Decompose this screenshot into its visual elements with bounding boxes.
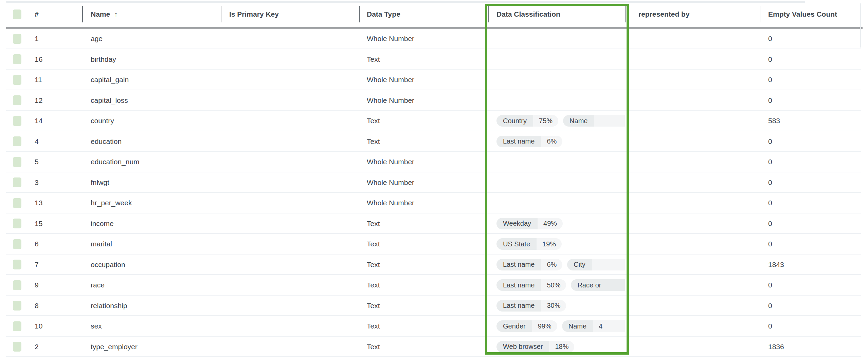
- table-row[interactable]: 12 capital_loss Whole Number 0: [0, 90, 868, 111]
- is-primary-key-value: [221, 131, 359, 152]
- is-primary-key-value: [221, 234, 359, 255]
- empty-values-count-value: 0: [760, 90, 868, 111]
- row-select-cell: [0, 193, 31, 213]
- classification-pill[interactable]: Race or: [571, 279, 625, 291]
- classification-pill[interactable]: Web browser18%: [496, 341, 574, 353]
- table-row[interactable]: 14 country Text Country75%Name 583: [0, 111, 868, 131]
- column-header-label: Data Type: [367, 10, 400, 18]
- table-row[interactable]: 16 birthday Text 0: [0, 49, 868, 70]
- classification-label: Last name: [496, 300, 541, 312]
- table-row[interactable]: 5 education_num Whole Number 0: [0, 152, 868, 172]
- represented-by-value: [625, 152, 760, 172]
- represented-by-value: [625, 255, 760, 275]
- row-checkbox[interactable]: [13, 198, 21, 208]
- row-checkbox[interactable]: [13, 321, 21, 331]
- table-row[interactable]: 7 occupation Text Last name6%City 1843: [0, 255, 868, 275]
- row-checkbox[interactable]: [13, 54, 21, 64]
- classification-pill[interactable]: Last name6%: [496, 136, 562, 147]
- classification-label: Gender: [496, 320, 532, 332]
- classification-pills: Last name50%Race or: [496, 279, 625, 291]
- column-name-value: race: [82, 275, 221, 296]
- table-row[interactable]: 15 income Text Weekday49% 0: [0, 213, 868, 234]
- empty-values-count-value: 0: [760, 234, 868, 255]
- table-row[interactable]: 4 education Text Last name6% 0: [0, 131, 868, 152]
- column-name-value: occupation: [82, 255, 221, 275]
- data-type-value: Whole Number: [359, 29, 488, 49]
- table-row[interactable]: 6 marital Text US State19% 0: [0, 234, 868, 255]
- row-select-cell: [0, 90, 31, 111]
- row-checkbox[interactable]: [13, 301, 21, 311]
- classification-pill[interactable]: Last name6%: [496, 259, 562, 270]
- classification-label: Race or: [571, 279, 625, 291]
- classification-percent: [592, 259, 625, 270]
- row-checkbox[interactable]: [13, 136, 21, 146]
- classification-percent: 30%: [541, 300, 566, 312]
- table-row[interactable]: 2 type_employer Text Web browser18% 1836: [0, 337, 868, 357]
- table-row[interactable]: 13 hr_per_week Whole Number 0: [0, 193, 868, 213]
- row-select-cell: [0, 296, 31, 316]
- classification-pill[interactable]: Last name50%: [496, 279, 566, 291]
- column-header-number[interactable]: #: [31, 0, 82, 29]
- row-number: 4: [31, 131, 82, 152]
- classification-pill[interactable]: Country75%: [496, 115, 558, 127]
- classification-pill[interactable]: Last name30%: [496, 300, 566, 312]
- classification-pill[interactable]: Name4: [562, 320, 625, 332]
- classification-pill[interactable]: Weekday49%: [496, 218, 563, 229]
- row-checkbox[interactable]: [13, 177, 21, 187]
- table-row[interactable]: 1 age Whole Number 0: [0, 29, 868, 49]
- column-name-value: capital_loss: [82, 90, 221, 111]
- column-header-name[interactable]: Name ↑: [82, 0, 221, 29]
- row-checkbox[interactable]: [13, 342, 21, 352]
- row-checkbox[interactable]: [13, 219, 21, 228]
- classification-pill[interactable]: City: [567, 259, 625, 270]
- empty-values-count-value: 0: [760, 70, 868, 90]
- table-row[interactable]: 11 capital_gain Whole Number 0: [0, 70, 868, 90]
- row-number: 14: [31, 111, 82, 131]
- row-checkbox[interactable]: [13, 95, 21, 105]
- column-header-label: Data Classification: [496, 10, 560, 18]
- classification-label: Name: [562, 320, 593, 332]
- data-type-value: Whole Number: [359, 172, 488, 193]
- empty-values-count-value: 0: [760, 275, 868, 296]
- classification-pill[interactable]: US State19%: [496, 238, 562, 250]
- row-checkbox[interactable]: [13, 157, 21, 167]
- column-header-empty-values-count[interactable]: Empty Values Count: [760, 0, 868, 29]
- row-select-cell: [0, 29, 31, 49]
- column-header-data-classification[interactable]: Data Classification: [488, 0, 625, 29]
- row-number: 2: [31, 337, 82, 357]
- row-checkbox[interactable]: [13, 75, 21, 85]
- is-primary-key-value: [221, 29, 359, 49]
- classification-label: Last name: [496, 136, 541, 147]
- data-classification-cell: Last name6%: [488, 131, 625, 152]
- table-row[interactable]: 10 sex Text Gender99%Name4 0: [0, 316, 868, 337]
- represented-by-value: [625, 275, 760, 296]
- data-type-value: Text: [359, 131, 488, 152]
- classification-pill[interactable]: Gender99%: [496, 320, 557, 332]
- classification-label: Weekday: [496, 218, 538, 229]
- column-header-represented-by[interactable]: represented by: [625, 0, 760, 29]
- is-primary-key-value: [221, 90, 359, 111]
- empty-values-count-value: 1836: [760, 337, 868, 357]
- column-name-value: education: [82, 131, 221, 152]
- represented-by-value: [625, 90, 760, 111]
- row-number: 3: [31, 172, 82, 193]
- classification-percent: 49%: [538, 218, 563, 229]
- table-row[interactable]: 8 relationship Text Last name30% 0: [0, 296, 868, 316]
- select-all-checkbox[interactable]: [13, 10, 21, 19]
- table-row[interactable]: 3 fnlwgt Whole Number 0: [0, 172, 868, 193]
- row-checkbox[interactable]: [13, 260, 21, 269]
- row-select-cell: [0, 234, 31, 255]
- represented-by-value: [625, 193, 760, 213]
- classification-pill[interactable]: Name: [563, 115, 625, 127]
- column-name-value: education_num: [82, 152, 221, 172]
- row-checkbox[interactable]: [13, 34, 21, 44]
- row-checkbox[interactable]: [13, 280, 21, 290]
- classification-label: Name: [563, 115, 594, 127]
- empty-values-count-value: 0: [760, 316, 868, 337]
- row-checkbox[interactable]: [13, 116, 21, 126]
- column-header-data-type[interactable]: Data Type: [359, 0, 488, 29]
- classification-pills: Web browser18%: [496, 341, 574, 353]
- row-checkbox[interactable]: [13, 239, 21, 249]
- table-row[interactable]: 9 race Text Last name50%Race or 0: [0, 275, 868, 296]
- column-header-is-primary-key[interactable]: Is Primary Key: [221, 0, 359, 29]
